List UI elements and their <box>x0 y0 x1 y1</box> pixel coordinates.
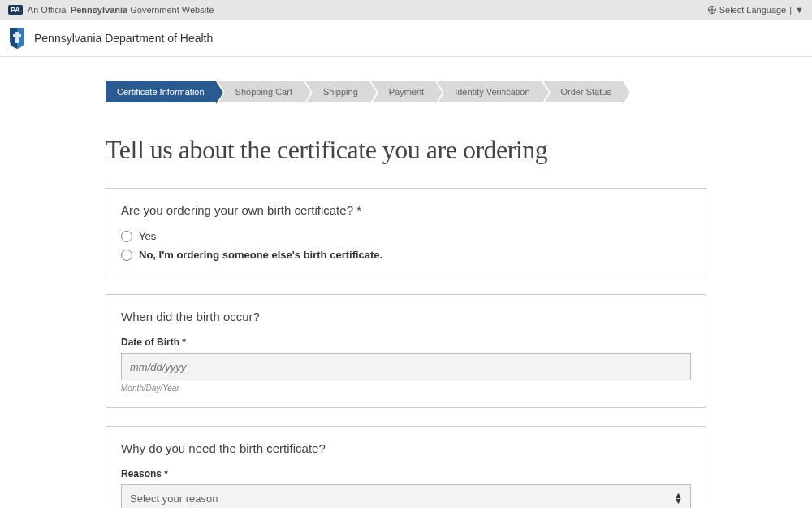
crumb-shipping[interactable]: Shipping <box>305 81 369 102</box>
language-selector[interactable]: Select Language | ▼ <box>708 5 804 15</box>
divider: | <box>789 5 792 15</box>
question-birth-date: When did the birth occur? <box>121 310 691 323</box>
site-header: Pennsylvania Department of Health <box>0 20 812 57</box>
crumb-certificate-info[interactable]: Certificate Information <box>106 81 216 102</box>
crumb-payment[interactable]: Payment <box>371 81 435 102</box>
dob-label: Date of Birth * <box>121 336 691 348</box>
gov-top-bar: PA An Official Pennsylvania Government W… <box>0 0 812 20</box>
main-content: Certificate Information Shopping Cart Sh… <box>89 57 723 508</box>
progress-breadcrumb: Certificate Information Shopping Cart Sh… <box>106 81 706 102</box>
panel-birth-date: When did the birth occur? Date of Birth … <box>106 294 706 408</box>
radio-yes[interactable] <box>121 231 132 242</box>
radio-no[interactable] <box>121 250 132 261</box>
crumb-identity-verification[interactable]: Identity Verification <box>437 81 541 102</box>
official-site-notice: PA An Official Pennsylvania Government W… <box>8 5 214 15</box>
dob-input[interactable] <box>121 353 691 380</box>
radio-row-no: No, I'm ordering someone else's birth ce… <box>121 249 691 261</box>
shield-logo-icon <box>8 27 26 50</box>
language-label: Select Language <box>719 5 787 15</box>
globe-icon <box>708 6 716 14</box>
official-text: An Official Pennsylvania Government Webs… <box>28 5 214 15</box>
radio-row-yes: Yes <box>121 230 691 242</box>
radio-yes-label[interactable]: Yes <box>139 230 156 242</box>
crumb-order-status[interactable]: Order Status <box>543 81 623 102</box>
crumb-shopping-cart[interactable]: Shopping Cart <box>218 81 304 102</box>
radio-group-own: Yes No, I'm ordering someone else's birt… <box>121 230 691 261</box>
reason-label: Reasons * <box>121 468 691 480</box>
radio-no-label[interactable]: No, I'm ordering someone else's birth ce… <box>139 249 382 261</box>
panel-reason: Why do you need the birth certificate? R… <box>106 426 706 508</box>
department-name: Pennsylvania Department of Health <box>34 32 213 45</box>
chevron-down-icon: ▼ <box>795 5 804 15</box>
panel-own-certificate: Are you ordering your own birth certific… <box>106 188 706 276</box>
reason-select[interactable]: Select your reason <box>121 484 691 508</box>
pa-badge-icon: PA <box>8 5 23 15</box>
page-title: Tell us about the certificate you are or… <box>106 135 706 165</box>
dob-hint: Month/Day/Year <box>121 384 691 393</box>
question-reason: Why do you need the birth certificate? <box>121 441 691 455</box>
reason-select-wrap: Select your reason ▲▼ <box>121 484 691 508</box>
question-own-certificate: Are you ordering your own birth certific… <box>121 203 691 217</box>
